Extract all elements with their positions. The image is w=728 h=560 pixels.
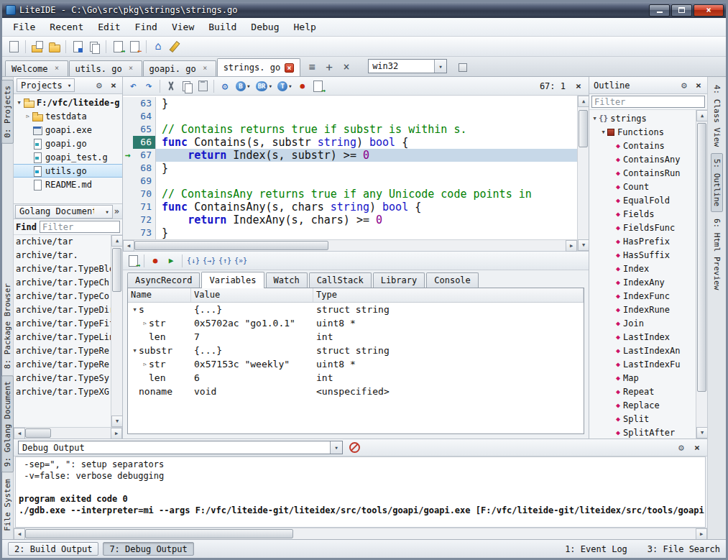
code-line[interactable]: →67 return Index(s, substr) >= 0 [123,149,577,162]
build-b-button[interactable]: B▼ [234,81,252,92]
side-tab-9-golang-document[interactable]: 9: Golang Document [1,375,14,472]
project-tree-item[interactable]: README.md [14,178,122,191]
copy-icon[interactable] [180,79,194,93]
redo-icon[interactable]: ↷ [142,79,156,93]
projects-view-combo[interactable]: Projects ▼ [17,78,75,92]
scroll-track[interactable] [134,240,566,251]
column-header-name[interactable]: Name [128,288,191,302]
expand-icon[interactable]: ▼ [131,348,139,354]
outline-item[interactable]: ◆LastIndexFu [589,357,696,371]
editor-vertical-scrollbar[interactable]: ▲ ▼ [577,96,589,251]
run-to-line-icon[interactable]: {»} [234,254,248,268]
debug-output-text[interactable]: -sep=", ": setup separators -v=false: ve… [15,456,706,528]
godoc-list-item[interactable]: archive/tar.TypeXG [14,385,111,399]
outline-item[interactable]: ◆Split [589,412,696,426]
chevron-down-icon[interactable]: ▼ [247,83,250,88]
project-tree-item[interactable]: utils.go [14,164,122,178]
expand-icon[interactable]: ▼ [599,129,607,135]
clear-output-icon[interactable] [347,441,361,455]
project-tree-item[interactable]: ▷testdata [14,109,122,123]
outline-item[interactable]: ◆Index [589,262,696,275]
outline-filter-input[interactable] [591,96,705,108]
status-1-event-log[interactable]: 1: Event Log [565,544,627,554]
variable-row[interactable]: ▷str0x57153c "weekly"uint8 * [128,357,584,371]
outline-settings-gear-icon[interactable]: ⚙ [678,80,690,91]
save-file-icon[interactable] [70,40,85,54]
code-line[interactable]: 69 [123,175,577,188]
menu-find[interactable]: Find [129,19,164,35]
chevron-down-icon[interactable]: ▼ [330,441,342,454]
stop-icon[interactable]: ● [295,79,310,93]
godoc-list-item[interactable]: archive/tar.TypeCh [14,276,111,290]
project-tree-item[interactable]: goapi.exe [14,123,122,137]
code-line[interactable]: 63} [123,97,577,110]
minimize-button[interactable] [649,4,670,17]
output-settings-gear-icon[interactable]: ⚙ [676,442,687,453]
open-folder-icon[interactable] [47,40,61,54]
scroll-right-arrow[interactable]: ▶ [111,428,122,439]
continue-icon[interactable]: ▶ [164,254,178,268]
outline-vertical-scrollbar[interactable]: ▲ ▼ [696,110,707,439]
outline-item[interactable]: ◆Fields [589,207,696,221]
outline-item[interactable]: ◆Replace [589,398,696,412]
code-editor[interactable]: 63}6465// Contains returns true if subst… [123,96,589,252]
export-go-icon[interactable] [111,40,125,54]
code-line[interactable]: 73} [123,226,577,239]
menu-view[interactable]: View [165,19,201,35]
godoc-list-item[interactable]: archive/tar.TypeDir [14,303,111,317]
code-line[interactable]: 72 return IndexAny(s, chars) >= 0 [123,214,577,226]
variable-row[interactable]: ▷str0x5702ac "go1.0.1"uint8 * [128,316,584,330]
scroll-down-arrow[interactable]: ▼ [111,416,123,427]
start-debug-icon[interactable] [311,79,326,93]
scroll-track[interactable] [696,121,707,427]
code-line[interactable]: 68} [123,162,577,175]
godoc-list-item[interactable]: archive/tar.TypeFif [14,317,111,331]
undo-icon[interactable]: ↶ [126,79,140,93]
menu-file[interactable]: File [6,19,42,35]
outline-item[interactable]: ◆HasSuffix [589,248,696,262]
godoc-list-item[interactable]: archive/tar. [14,249,111,262]
menu-help[interactable]: Help [287,19,323,35]
home-icon[interactable]: ⌂ [151,40,165,54]
env-edit-icon[interactable] [456,60,470,75]
code-line[interactable]: 70// ContainsAny returns true if any Uni… [123,188,577,201]
scroll-down-arrow[interactable]: ▼ [578,239,589,251]
tab-close-icon[interactable]: × [52,64,62,73]
outline-item[interactable]: ◆IndexFunc [589,289,696,303]
tab-close-icon[interactable]: × [126,64,136,73]
menu-build[interactable]: Build [202,19,243,35]
debug-tab-callstack[interactable]: CallStack [309,272,372,288]
outline-item[interactable]: ◆Repeat [589,385,696,398]
side-tab-file-system[interactable]: File System [2,474,13,536]
outline-item[interactable]: ◆LastIndexAn [589,344,696,357]
outline-item[interactable]: ▼Functions [589,125,696,139]
godoc-list-item[interactable]: archive/tar.TypeLin [14,331,111,344]
outline-item[interactable]: ◆FieldsFunc [589,221,696,234]
editor-tab-stringsgo[interactable]: strings. go× [217,58,300,76]
step-into-icon[interactable]: {↓} [186,254,201,268]
scroll-up-arrow[interactable]: ▲ [696,110,708,121]
editor-tab-goapigo[interactable]: goapi. go× [143,60,216,76]
scroll-right-arrow[interactable]: ▶ [696,528,707,540]
expand-icon[interactable]: ▼ [15,100,23,106]
titlebar[interactable]: LiteIDE - C:\Go\src\pkg\strings\strings.… [2,2,726,18]
variable-row[interactable]: nonamevoid<unspecified> [128,385,584,398]
godoc-list-item[interactable]: archive/tar.TypeSy [14,372,111,385]
output-close-icon[interactable]: × [691,442,703,453]
paste-icon[interactable] [195,79,210,93]
export-back-icon[interactable] [127,40,142,54]
build-t-button[interactable]: T▼ [275,81,294,92]
variable-row[interactable]: len7int [128,330,584,344]
code-line[interactable]: 71func ContainsAny(s, chars string) bool… [123,201,577,214]
scroll-down-arrow[interactable]: ▼ [696,427,708,439]
menu-recent[interactable]: Recent [43,19,90,35]
godoc-list-item[interactable]: archive/tar.TypeRe [14,344,111,358]
golang-document-combo[interactable]: Golang Document ▼ [15,205,113,219]
chevron-down-icon[interactable]: ▼ [289,83,292,88]
open-file-icon[interactable] [30,40,45,54]
add-editor-icon[interactable]: + [322,60,336,75]
scroll-track[interactable] [578,107,589,239]
outline-item[interactable]: ◆ContainsRun [589,166,696,180]
variable-row[interactable]: ▼substr{...}struct string [128,344,584,357]
show-current-icon[interactable] [126,254,140,268]
